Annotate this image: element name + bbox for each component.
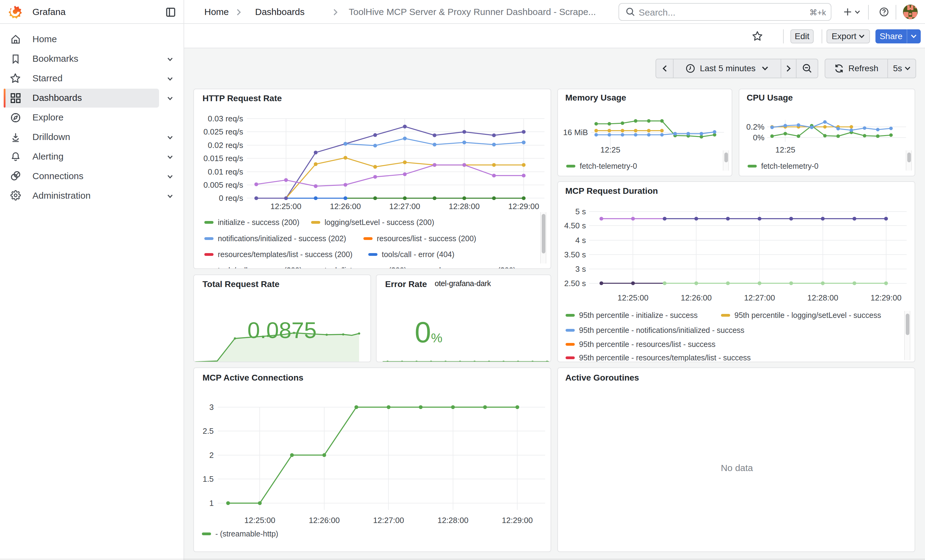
svg-text:12:28:00: 12:28:00 xyxy=(807,293,838,302)
svg-text:12:27:00: 12:27:00 xyxy=(373,516,404,525)
svg-text:12:26:00: 12:26:00 xyxy=(330,202,361,211)
svg-text:0.02 req/s: 0.02 req/s xyxy=(208,141,243,150)
svg-text:4.50 s: 4.50 s xyxy=(564,221,586,230)
svg-text:4 s: 4 s xyxy=(575,236,586,245)
svg-text:12:25:00: 12:25:00 xyxy=(244,516,275,525)
svg-text:12:26:00: 12:26:00 xyxy=(309,516,339,525)
svg-text:2.5: 2.5 xyxy=(202,426,214,435)
svg-text:2: 2 xyxy=(209,450,214,460)
svg-text:12:25: 12:25 xyxy=(776,145,795,155)
svg-text:0.025 req/s: 0.025 req/s xyxy=(203,127,243,136)
svg-text:12:29:00: 12:29:00 xyxy=(502,516,533,525)
svg-text:12:25: 12:25 xyxy=(600,145,620,155)
svg-text:16 MiB: 16 MiB xyxy=(563,128,588,137)
svg-text:12:26:00: 12:26:00 xyxy=(681,293,712,302)
svg-text:12:27:00: 12:27:00 xyxy=(744,293,775,302)
svg-text:12:25:00: 12:25:00 xyxy=(618,293,648,302)
svg-text:3.50 s: 3.50 s xyxy=(564,250,586,259)
svg-text:0.2%: 0.2% xyxy=(746,122,764,131)
svg-text:0%: 0% xyxy=(753,133,764,142)
svg-text:12:27:00: 12:27:00 xyxy=(389,202,420,211)
svg-text:12:29:00: 12:29:00 xyxy=(871,293,901,302)
svg-text:12:29:00: 12:29:00 xyxy=(508,202,539,211)
svg-text:12:25:00: 12:25:00 xyxy=(270,202,301,211)
svg-text:3 s: 3 s xyxy=(575,264,586,273)
svg-text:0 req/s: 0 req/s xyxy=(219,194,244,203)
svg-text:0.005 req/s: 0.005 req/s xyxy=(203,180,243,189)
svg-text:1.5: 1.5 xyxy=(202,474,214,483)
svg-text:12:28:00: 12:28:00 xyxy=(437,516,468,525)
svg-text:3: 3 xyxy=(209,402,214,412)
svg-text:5 s: 5 s xyxy=(575,207,586,216)
svg-text:0.03 req/s: 0.03 req/s xyxy=(208,114,243,123)
svg-text:2.50 s: 2.50 s xyxy=(564,279,586,288)
svg-text:1: 1 xyxy=(209,498,214,508)
svg-text:0.01 req/s: 0.01 req/s xyxy=(208,167,243,176)
svg-text:0.015 req/s: 0.015 req/s xyxy=(203,154,243,163)
svg-text:12:28:00: 12:28:00 xyxy=(449,202,480,211)
